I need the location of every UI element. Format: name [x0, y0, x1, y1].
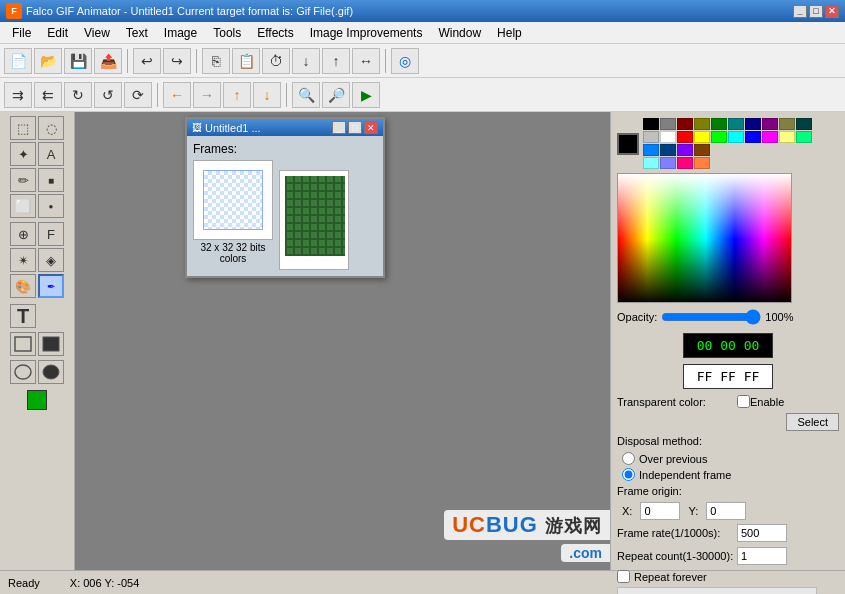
- hex-display-1[interactable]: 00 00 00: [683, 333, 773, 358]
- color-cell-black[interactable]: [643, 118, 659, 130]
- lasso-tool[interactable]: ◌: [38, 116, 64, 140]
- color-cell-white[interactable]: [660, 131, 676, 143]
- menu-view[interactable]: View: [76, 24, 118, 42]
- fill-rect-tool[interactable]: [38, 332, 64, 356]
- paint-tool[interactable]: 🎨: [10, 274, 36, 298]
- color-cell-magenta[interactable]: [762, 131, 778, 143]
- color-cell-darkblue2[interactable]: [660, 144, 676, 156]
- color-cell-violet[interactable]: [677, 144, 693, 156]
- text-tool[interactable]: A: [38, 142, 64, 166]
- t-letter-tool[interactable]: T: [10, 304, 36, 328]
- color-cell-yellowish[interactable]: [779, 118, 795, 130]
- over-previous-radio[interactable]: [622, 452, 635, 465]
- select-button[interactable]: Select: [786, 413, 839, 431]
- redo-button[interactable]: ↪: [163, 48, 191, 74]
- eraser-tool[interactable]: ⬜: [10, 194, 36, 218]
- color-cell-cyan[interactable]: [728, 131, 744, 143]
- select-tool[interactable]: ⬚: [10, 116, 36, 140]
- color-cell-silver[interactable]: [643, 131, 659, 143]
- fill-circle-tool[interactable]: [38, 360, 64, 384]
- color-cell-orange[interactable]: [694, 157, 710, 169]
- color-cell-mint[interactable]: [796, 131, 812, 143]
- color-cell-teal[interactable]: [728, 118, 744, 130]
- repeat-forever-checkbox[interactable]: [617, 570, 630, 583]
- color-cell-periwinkle[interactable]: [660, 157, 676, 169]
- rect-tool[interactable]: [10, 332, 36, 356]
- color-cell-darkgreen[interactable]: [796, 118, 812, 130]
- frame-rate-input[interactable]: [737, 524, 787, 542]
- magic-tool[interactable]: ✦: [10, 142, 36, 166]
- color-cell-hotpink[interactable]: [677, 157, 693, 169]
- canvas-area[interactable]: 🖼 Untitled1 ... _ □ ✕ Frames: 32 x 32: [75, 112, 610, 570]
- menu-file[interactable]: File: [4, 24, 39, 42]
- circle-tool[interactable]: [10, 360, 36, 384]
- menu-image[interactable]: Image: [156, 24, 205, 42]
- color-cell-olive[interactable]: [694, 118, 710, 130]
- export-button[interactable]: 📤: [94, 48, 122, 74]
- black-color-box[interactable]: [617, 133, 639, 155]
- menu-image-improvements[interactable]: Image Improvements: [302, 24, 431, 42]
- menu-effects[interactable]: Effects: [249, 24, 301, 42]
- dot-tool[interactable]: ●: [38, 194, 64, 218]
- menu-help[interactable]: Help: [489, 24, 530, 42]
- color-cell-purple[interactable]: [762, 118, 778, 130]
- float-win-minimize[interactable]: _: [332, 121, 346, 134]
- color-cell-brown[interactable]: [694, 144, 710, 156]
- color-cell-yellow[interactable]: [694, 131, 710, 143]
- independent-frame-radio[interactable]: [622, 468, 635, 481]
- rotate-cw-button[interactable]: ↻: [64, 82, 92, 108]
- float-win-maximize[interactable]: □: [348, 121, 362, 134]
- save-button[interactable]: 💾: [64, 48, 92, 74]
- color-cell-green[interactable]: [711, 118, 727, 130]
- rotate-ccw-button[interactable]: ↺: [94, 82, 122, 108]
- clock-button[interactable]: ⏱: [262, 48, 290, 74]
- color-cell-maroon[interactable]: [677, 118, 693, 130]
- down-button[interactable]: ↓: [292, 48, 320, 74]
- brush-tool[interactable]: ■: [38, 168, 64, 192]
- target-button[interactable]: ◎: [391, 48, 419, 74]
- copy-button[interactable]: ⎘: [202, 48, 230, 74]
- color-spectrum[interactable]: [617, 173, 792, 303]
- menu-edit[interactable]: Edit: [39, 24, 76, 42]
- rotate2-button[interactable]: ⟳: [124, 82, 152, 108]
- opacity-slider[interactable]: [661, 309, 761, 325]
- zoom-in-button[interactable]: 🔍: [292, 82, 320, 108]
- paste-button[interactable]: 📋: [232, 48, 260, 74]
- color-cell-red[interactable]: [677, 131, 693, 143]
- active-tool[interactable]: ✒: [38, 274, 64, 298]
- zoom-out-button[interactable]: 🔎: [322, 82, 350, 108]
- blur-tool[interactable]: ◈: [38, 248, 64, 272]
- arrow-up-button[interactable]: ↑: [223, 82, 251, 108]
- color-cell-aqua[interactable]: [643, 157, 659, 169]
- color-cell-navy[interactable]: [745, 118, 761, 130]
- foreground-color[interactable]: [27, 390, 47, 410]
- effects-tool[interactable]: ✴: [10, 248, 36, 272]
- color-cell-blue[interactable]: [745, 131, 761, 143]
- x-input[interactable]: [640, 502, 680, 520]
- up-button[interactable]: ↑: [322, 48, 350, 74]
- arrow-down-button[interactable]: ↓: [253, 82, 281, 108]
- arrow-right-button[interactable]: →: [193, 82, 221, 108]
- pencil-tool[interactable]: ✏: [10, 168, 36, 192]
- hex-display-2[interactable]: FF FF FF: [683, 364, 773, 389]
- maximize-button[interactable]: □: [809, 5, 823, 18]
- color-cell-lime[interactable]: [711, 131, 727, 143]
- y-input[interactable]: [706, 502, 746, 520]
- arrows-button[interactable]: ↔: [352, 48, 380, 74]
- menu-text[interactable]: Text: [118, 24, 156, 42]
- new-button[interactable]: 📄: [4, 48, 32, 74]
- arrow-left-button[interactable]: ←: [163, 82, 191, 108]
- color-cell-gray[interactable]: [660, 118, 676, 130]
- repeat-count-input[interactable]: [737, 547, 787, 565]
- stamp-tool[interactable]: ⊕: [10, 222, 36, 246]
- color-cell-lightblue2[interactable]: [643, 144, 659, 156]
- frame-back-button[interactable]: ⇇: [34, 82, 62, 108]
- menu-tools[interactable]: Tools: [205, 24, 249, 42]
- open-button[interactable]: 📂: [34, 48, 62, 74]
- enable-checkbox[interactable]: [737, 395, 750, 408]
- frame-preview-1[interactable]: [193, 160, 273, 240]
- play-button[interactable]: ▶: [352, 82, 380, 108]
- undo-button[interactable]: ↩: [133, 48, 161, 74]
- close-button[interactable]: ✕: [825, 5, 839, 18]
- minimize-button[interactable]: _: [793, 5, 807, 18]
